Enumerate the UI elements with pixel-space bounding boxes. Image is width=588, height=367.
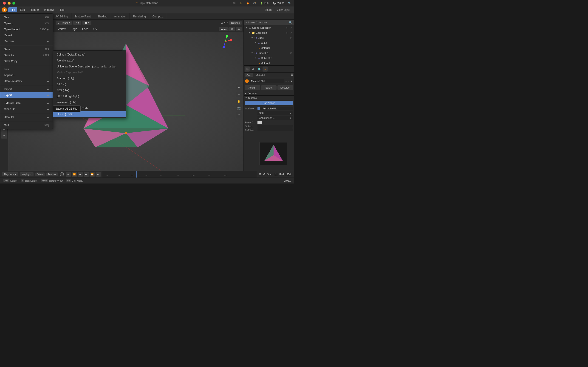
- subsurface-slider-2[interactable]: [258, 128, 293, 131]
- edit-edge[interactable]: Edge: [69, 27, 79, 31]
- distribution-selector[interactable]: GGX ▾: [258, 111, 293, 115]
- material-add-btn[interactable]: +: [285, 80, 287, 83]
- mac-minimize-button[interactable]: [8, 2, 10, 5]
- viewport-options[interactable]: Options: [229, 21, 242, 25]
- menu-render[interactable]: Render: [27, 7, 41, 12]
- pan-btn[interactable]: ✋: [236, 99, 242, 104]
- file-open-recent[interactable]: Open Recent ⇧⌘O ▶: [0, 26, 52, 32]
- prop-tab-output[interactable]: 🖨: [251, 67, 256, 72]
- tab-rendering[interactable]: Rendering: [130, 13, 149, 19]
- material-settings-icon[interactable]: ☰: [291, 73, 293, 77]
- file-new[interactable]: New ⌘N: [0, 15, 52, 20]
- mac-close-button[interactable]: [3, 2, 6, 5]
- gizmo-y[interactable]: Y: [224, 21, 226, 25]
- xray-toggle[interactable]: ◎: [236, 27, 242, 31]
- export-wavefront[interactable]: Wavefront (.obj): [53, 99, 126, 105]
- material-tab-material-dot[interactable]: Material.: [254, 73, 267, 77]
- file-data-previews[interactable]: Data Previews ▶: [0, 78, 52, 84]
- outliner-cube-1-mesh[interactable]: ▼ △ Cube: [244, 40, 294, 45]
- file-save-copy[interactable]: Save Copy...: [0, 58, 52, 64]
- export-stl[interactable]: Stl (.stl): [53, 81, 126, 87]
- file-clean-up[interactable]: Clean Up ▶: [0, 106, 52, 112]
- visibility-icon[interactable]: 👁: [286, 26, 288, 29]
- tab-texture-paint[interactable]: Texture Paint: [71, 13, 94, 19]
- cube2-visibility[interactable]: 👁: [290, 52, 292, 54]
- material-down-btn[interactable]: ▼: [290, 80, 293, 83]
- skip-to-start[interactable]: ⏮: [66, 172, 71, 177]
- surface-toggle[interactable]: ▼ Surface: [245, 97, 293, 99]
- preview-toggle[interactable]: ▶ Preview: [245, 92, 293, 94]
- outliner-material-1[interactable]: ● Material.: [244, 45, 294, 50]
- pivot-selector[interactable]: ⚬ ▾: [73, 21, 81, 25]
- file-open[interactable]: Open... ⌘O: [0, 20, 52, 26]
- menu-edit[interactable]: Edit: [18, 7, 27, 12]
- export-usd[interactable]: Universal Scene Description (.usd, .usdc…: [53, 64, 126, 69]
- render-region-btn[interactable]: ⬡: [236, 112, 242, 118]
- export-alembic[interactable]: Alembic (.abc): [53, 58, 126, 64]
- export-motion-capture[interactable]: Motion Capture (.bvh): [53, 69, 126, 75]
- menu-help[interactable]: Help: [57, 7, 67, 12]
- step-back[interactable]: ⏪: [72, 172, 77, 177]
- base-color-picker[interactable]: [258, 121, 262, 124]
- export-fbx[interactable]: FBX (.fbx): [53, 87, 126, 93]
- start-frame-input[interactable]: 1: [274, 173, 278, 176]
- file-export[interactable]: Export ▶: [0, 92, 52, 98]
- material-remove-btn[interactable]: −: [288, 80, 289, 83]
- prop-tab-material[interactable]: ●: [262, 67, 268, 72]
- playback-menu[interactable]: Playback ▾: [2, 172, 18, 176]
- snapping-toggle[interactable]: 🔲 ▾: [82, 21, 91, 25]
- marker-menu[interactable]: Marker: [46, 173, 58, 176]
- menu-file[interactable]: File: [8, 7, 17, 12]
- tab-animation[interactable]: Animation: [111, 13, 130, 19]
- export-gltf[interactable]: glTF 2.0 (.glb/.gltf): [53, 93, 126, 99]
- play-reverse[interactable]: ◀: [78, 172, 83, 177]
- record-button[interactable]: [60, 172, 64, 176]
- assign-button[interactable]: Assign: [245, 85, 260, 90]
- file-defaults[interactable]: Defaults ▶: [0, 114, 52, 120]
- mac-window-controls[interactable]: [3, 2, 15, 5]
- file-link[interactable]: Link...: [0, 66, 52, 72]
- outliner-cube-2-mesh[interactable]: ▼ △ Cube.001: [244, 56, 294, 60]
- use-nodes-button[interactable]: Use Nodes: [245, 101, 293, 105]
- file-save[interactable]: Save ⌘S: [0, 46, 52, 52]
- viewport-shading[interactable]: ●●●○: [219, 27, 229, 31]
- overlay-toggle[interactable]: ⊙: [229, 27, 235, 31]
- tab-uv-editing[interactable]: UV Editing: [52, 13, 71, 19]
- file-external-data[interactable]: External Data ▶: [0, 100, 52, 106]
- edit-vertex[interactable]: Vertex: [56, 27, 68, 31]
- export-collada[interactable]: Collada (Default) (.dae): [53, 52, 126, 58]
- end-frame-input[interactable]: 250: [285, 173, 292, 176]
- edit-face[interactable]: Face: [80, 27, 91, 31]
- zoom-in-btn[interactable]: +: [236, 85, 242, 90]
- outliner-material-2[interactable]: ● Material: [244, 60, 294, 66]
- edit-uv[interactable]: UV: [91, 27, 100, 31]
- tool-knife[interactable]: ✂: [1, 132, 7, 139]
- view-menu[interactable]: View: [35, 173, 44, 176]
- collection-visibility[interactable]: 👁: [286, 31, 288, 34]
- surface-type-selector[interactable]: Principled B...: [261, 107, 293, 110]
- step-forward[interactable]: ⏩: [90, 172, 95, 177]
- material-name-input[interactable]: [250, 79, 284, 83]
- file-append[interactable]: Append...: [0, 72, 52, 78]
- timeline-ruler[interactable]: 0 20 32 40 80 120 160 200 240: [103, 171, 257, 177]
- sheen-selector[interactable]: Christensen-... ▾: [258, 116, 293, 120]
- outliner-scene-collection[interactable]: ▼ ⬡ Scene Collection 👁 ✓: [244, 25, 294, 30]
- file-recover[interactable]: Recover ▶: [0, 38, 52, 44]
- outliner-cube-1[interactable]: ▼ ⬡ Cube 👁: [244, 35, 294, 40]
- prop-tab-scene[interactable]: 🌍: [257, 67, 262, 72]
- deselect-button[interactable]: Deselect: [277, 85, 293, 90]
- gizmo-x[interactable]: X: [221, 21, 223, 25]
- outliner-collection[interactable]: ▼ 📁 Collection 👁 ✓: [246, 30, 294, 35]
- keying-menu[interactable]: Keying ▾: [20, 172, 34, 176]
- zoom-out-btn[interactable]: −: [236, 92, 242, 97]
- transform-selector[interactable]: ⊙ Global ▾: [56, 21, 72, 25]
- menu-window[interactable]: Window: [42, 7, 56, 12]
- mac-maximize-button[interactable]: [12, 2, 15, 5]
- outliner-search[interactable]: 🔍: [289, 21, 292, 24]
- skip-to-end[interactable]: ⏭: [95, 172, 101, 177]
- tab-shading[interactable]: Shading: [94, 13, 111, 19]
- cube1-visibility[interactable]: 👁: [290, 36, 292, 39]
- select-button[interactable]: Select: [261, 85, 277, 90]
- play-forward[interactable]: ▶: [84, 172, 89, 177]
- gizmo-z[interactable]: Z: [227, 21, 228, 25]
